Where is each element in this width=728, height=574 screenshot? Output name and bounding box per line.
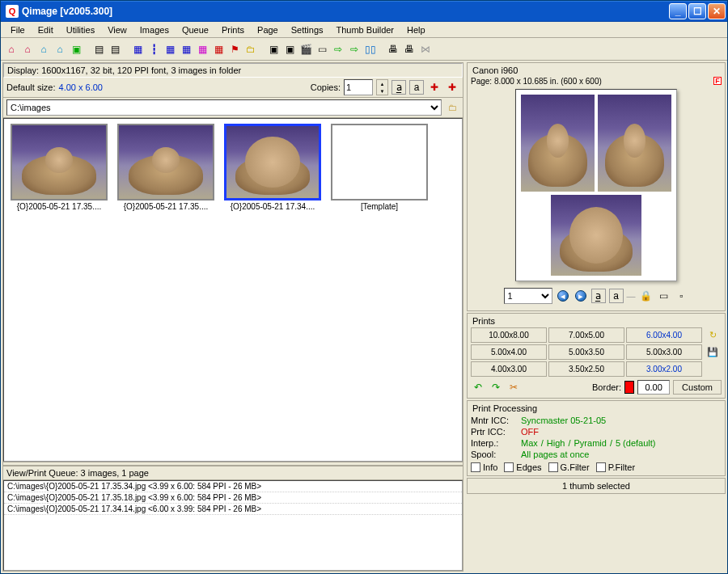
menu-thumb-builder[interactable]: Thumb Builder: [330, 23, 401, 36]
menu-utilities[interactable]: Utilities: [60, 23, 101, 36]
interp-high[interactable]: High: [547, 438, 565, 448]
spool-value[interactable]: All pages at once: [521, 449, 589, 459]
menu-images[interactable]: Images: [133, 23, 176, 36]
size-row: Default size: 4.00 x 6.00 Copies: ▲▼ a̲ …: [3, 78, 463, 98]
flag-icon[interactable]: F: [713, 77, 722, 85]
size-btn[interactable]: 3.50x2.50: [548, 361, 624, 377]
plus-icon[interactable]: ✚: [427, 80, 442, 95]
menu-page[interactable]: Page: [251, 23, 285, 36]
page-select[interactable]: 1: [504, 288, 552, 304]
tb-icon-4[interactable]: ⌂: [53, 42, 67, 57]
tb-flag-icon[interactable]: ⚑: [227, 42, 242, 57]
border-color-swatch[interactable]: [624, 381, 634, 394]
custom-button[interactable]: Custom: [673, 380, 722, 395]
menu-file[interactable]: File: [4, 23, 32, 36]
menu-help[interactable]: Help: [400, 23, 432, 36]
size-btn[interactable]: 7.00x5.00: [548, 327, 624, 343]
path-select[interactable]: C:\images: [6, 99, 442, 116]
queue-list[interactable]: C:\images\{O}2005-05-21 17.35.34.jpg <3.…: [3, 480, 463, 571]
size-btn[interactable]: 6.00x4.00: [626, 327, 702, 343]
close-button[interactable]: ✕: [708, 3, 726, 19]
menu-queue[interactable]: Queue: [176, 23, 215, 36]
tb-icon-3[interactable]: ⌂: [36, 42, 51, 57]
save-icon[interactable]: 💾: [704, 344, 722, 360]
tb-printer-setup-icon[interactable]: 🖶: [386, 42, 400, 57]
thumb-label: {O}2005-05-21 17.35....: [11, 202, 108, 211]
tb-doc-1[interactable]: ▤: [91, 42, 106, 57]
queue-item[interactable]: C:\images\{O}2005-05-21 17.34.14.jpg <6.…: [4, 504, 462, 515]
tb-icon-1[interactable]: ⌂: [4, 42, 19, 57]
size-btn[interactable]: 5.00x4.00: [471, 344, 547, 360]
minimize-button[interactable]: _: [669, 3, 687, 19]
thumbs-area[interactable]: {O}2005-05-21 17.35.... {O}2005-05-21 17…: [3, 118, 463, 462]
lock-icon[interactable]: 🔒: [639, 289, 654, 303]
size-btn[interactable]: 10.00x8.00: [471, 327, 547, 343]
next-page-icon[interactable]: ▸: [574, 289, 588, 303]
tb-icon-2[interactable]: ⌂: [20, 42, 35, 57]
cb-pfilter[interactable]: P.Filter: [596, 462, 635, 472]
tb-folder-icon[interactable]: 🗀: [243, 42, 258, 57]
tb-film-icon[interactable]: ▭: [315, 42, 329, 57]
tb-grid-1[interactable]: ▦: [130, 42, 145, 57]
copies-input[interactable]: [344, 79, 373, 95]
tb-export-icon[interactable]: ⇨: [331, 42, 345, 57]
border-input[interactable]: [637, 380, 670, 395]
cb-info[interactable]: Info: [471, 462, 497, 472]
size-btn[interactable]: 4.00x3.00: [471, 361, 547, 377]
tb-grid-2[interactable]: ┇: [146, 42, 161, 57]
thumb-item[interactable]: {O}2005-05-21 17.35....: [9, 124, 109, 211]
tb-icon-5[interactable]: ▣: [69, 42, 83, 57]
tb-misc-1[interactable]: ▣: [266, 42, 281, 57]
menu-view[interactable]: View: [101, 23, 133, 36]
scissors-icon[interactable]: ✂: [506, 380, 521, 395]
page-preview[interactable]: [515, 89, 677, 281]
cb-edges[interactable]: Edges: [504, 462, 541, 472]
blank-page-icon[interactable]: ▫: [675, 289, 689, 303]
rotate-ccw-icon[interactable]: ↶: [471, 380, 485, 395]
tb-link-icon[interactable]: ⋈: [418, 42, 433, 57]
a-plain-icon[interactable]: a: [609, 289, 624, 303]
a-underline-icon[interactable]: a̲: [591, 289, 606, 303]
tb-doc-2[interactable]: ▤: [108, 42, 122, 57]
queue-item[interactable]: C:\images\{O}2005-05-21 17.35.34.jpg <3.…: [4, 481, 462, 492]
tb-print-icon[interactable]: 🖶: [402, 42, 417, 57]
rotate-cw-icon[interactable]: ↷: [489, 380, 503, 395]
prtr-icc-value[interactable]: OFF: [521, 427, 539, 437]
thumb-item-selected[interactable]: {O}2005-05-21 17.34....: [222, 124, 323, 211]
mntr-icc-label: Mntr ICC:: [471, 416, 518, 425]
tb-misc-2[interactable]: ▣: [282, 42, 297, 57]
tb-grid-3[interactable]: ▦: [163, 42, 177, 57]
browse-folder-icon[interactable]: 🗀: [445, 100, 459, 115]
a-filter-icon[interactable]: a̲: [392, 80, 406, 95]
size-btn[interactable]: 3.00x2.00: [626, 361, 702, 377]
prev-page-icon[interactable]: ◂: [556, 289, 570, 303]
mntr-icc-value[interactable]: Syncmaster 05-21-05: [521, 416, 606, 425]
thumb-item[interactable]: {O}2005-05-21 17.35....: [116, 124, 216, 211]
menu-edit[interactable]: Edit: [32, 23, 60, 36]
default-size-link[interactable]: 4.00 x 6.00: [59, 82, 103, 92]
queue-item[interactable]: C:\images\{O}2005-05-21 17.35.18.jpg <3.…: [4, 492, 462, 504]
interp-default[interactable]: 5 (default): [616, 438, 656, 448]
menu-settings[interactable]: Settings: [285, 23, 330, 36]
plus-multi-icon[interactable]: ✚: [445, 80, 459, 95]
tb-import-icon[interactable]: ⇨: [347, 42, 362, 57]
tb-clapper-icon[interactable]: 🎬: [298, 42, 313, 57]
menu-prints[interactable]: Prints: [215, 23, 251, 36]
thumb-template[interactable]: [Template]: [329, 124, 430, 211]
printer-name: Canon i960: [471, 65, 722, 75]
tb-grid-4[interactable]: ▦: [179, 42, 193, 57]
cb-gfilter[interactable]: G.Filter: [548, 462, 590, 472]
tb-layout-icon[interactable]: ▯▯: [363, 42, 378, 57]
interp-pyramid[interactable]: Pyramid: [574, 438, 607, 448]
size-btn[interactable]: 5.00x3.50: [548, 344, 624, 360]
copies-spinner[interactable]: ▲▼: [376, 79, 388, 95]
page-icon[interactable]: ▭: [657, 289, 671, 303]
tb-grid-6[interactable]: ▦: [211, 42, 226, 57]
maximize-button[interactable]: ☐: [688, 3, 706, 19]
interp-max[interactable]: Max: [521, 438, 538, 448]
a-icon[interactable]: a: [409, 80, 424, 95]
refresh-icon[interactable]: ↻: [704, 327, 722, 343]
size-btn[interactable]: 5.00x3.00: [626, 344, 702, 360]
tb-grid-5[interactable]: ▦: [195, 42, 210, 57]
app-window: Q Qimage [v2005.300] _ ☐ ✕ File Edit Uti…: [0, 0, 728, 574]
